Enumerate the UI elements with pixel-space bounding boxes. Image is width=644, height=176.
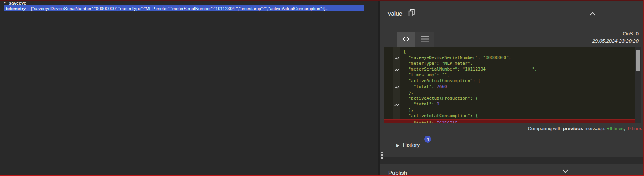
topic-value-preview: {"saveeyeDeviceSerialNumber":"00000000",… — [31, 6, 328, 11]
json-code-line: }, — [384, 90, 635, 95]
json-code-line: "meterSerialNumber": "10112304 ", — [384, 66, 635, 72]
json-code-line: "meterType": "MEP meter", — [384, 60, 635, 66]
chevron-up-icon — [590, 11, 595, 17]
mqtt-client-window: ▼ saveeye telemetry = {"saveeyeDeviceSer… — [0, 0, 644, 176]
panel-resize-handle[interactable] — [381, 152, 383, 160]
topic-row-telemetry[interactable]: telemetry = {"saveeyeDeviceSerialNumber"… — [4, 5, 364, 11]
json-code-lines: { "saveeyeDeviceSerialNumber": "00000000… — [384, 49, 635, 123]
json-code-line: "activeTotalConsumption": { — [384, 113, 635, 119]
copy-icon — [408, 9, 415, 17]
scrollbar-thumb[interactable] — [636, 50, 640, 71]
list-view-icon — [421, 36, 429, 43]
section-gap — [380, 157, 644, 164]
json-code-line: "activeActualProduction": { — [384, 95, 635, 101]
view-toggle-group — [397, 32, 434, 47]
json-code-line: "saveeyeDeviceSerialNumber": "00000000", — [384, 55, 635, 60]
topic-name: telemetry — [6, 6, 26, 11]
value-section-title: Value — [387, 10, 403, 17]
diff-emphasis: previous — [563, 126, 583, 131]
json-code-line: "activeActualConsumption": { — [384, 78, 635, 84]
history-count-badge: 4 — [424, 136, 431, 143]
diff-prefix: Comparing with — [528, 126, 563, 131]
collapse-arrow-icon[interactable]: ▼ — [3, 1, 7, 5]
detail-panel: Value QoS: 0 — [380, 0, 644, 176]
topic-row-saveeye[interactable]: ▼ saveeye — [3, 0, 26, 5]
expand-arrow-icon: ▶ — [396, 143, 399, 147]
diff-removed-count: -9 lines — [627, 126, 642, 131]
history-section-header[interactable]: ▶ History — [396, 142, 420, 148]
message-timestamp: 29.05.2024 23:20:20 — [592, 37, 639, 45]
copy-value-button[interactable] — [408, 9, 415, 17]
history-label: History — [403, 142, 420, 148]
qos-label: QoS: 0 — [592, 30, 639, 37]
json-code-line: "total": 2660 — [384, 84, 635, 90]
json-scrollbar — [635, 47, 641, 123]
raw-view-button[interactable] — [415, 32, 434, 47]
value-section: Value QoS: 0 — [380, 0, 644, 157]
topic-equals: = — [26, 6, 31, 11]
json-code-line: }, — [384, 107, 635, 113]
diff-separator: , — [624, 126, 627, 131]
screenshot-border-top — [0, 0, 644, 1]
topic-root-label: saveeye — [9, 1, 26, 5]
publish-section[interactable]: Publish — [380, 164, 644, 176]
json-code-line: "total": 0 — [384, 101, 635, 107]
code-view-icon — [403, 36, 410, 43]
diff-added-count: +9 lines — [607, 126, 623, 131]
diff-middle: message: — [583, 126, 607, 131]
code-view-button[interactable] — [397, 32, 415, 47]
json-code-line: { — [384, 49, 635, 55]
json-viewer: { "saveeyeDeviceSerialNumber": "00000000… — [384, 47, 641, 123]
topic-tree-panel: ▼ saveeye telemetry = {"saveeyeDeviceSer… — [0, 0, 378, 176]
diff-summary: Comparing with previous message: +9 line… — [517, 121, 642, 137]
json-code-line: "timestamp": "", — [384, 72, 635, 78]
chevron-down-icon[interactable] — [562, 169, 568, 173]
collapse-value-section-button[interactable] — [590, 11, 595, 17]
